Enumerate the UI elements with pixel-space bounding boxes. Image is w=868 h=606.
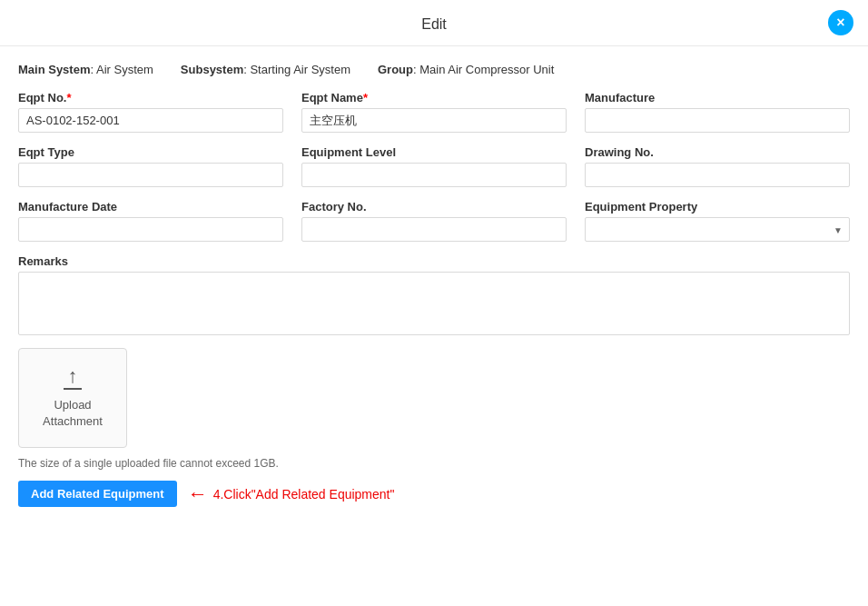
- equipment-property-select-wrapper: [585, 217, 850, 242]
- footer-row: Add Related Equipment ← 4.Click"Add Rela…: [18, 481, 850, 516]
- subsystem-value: Starting Air System: [250, 63, 350, 76]
- manufacture-date-group: Manufacture Date: [18, 200, 283, 242]
- drawing-no-input[interactable]: [585, 163, 850, 187]
- upload-icon: ↑: [64, 366, 82, 390]
- equipment-level-label: Equipment Level: [301, 145, 567, 159]
- remarks-label: Remarks: [18, 254, 850, 268]
- eqpt-name-input[interactable]: [301, 108, 567, 133]
- main-system-info: Main System: Air System: [18, 63, 153, 76]
- manufacture-group: Manufacture: [585, 91, 850, 133]
- manufacture-date-input[interactable]: [18, 217, 283, 242]
- upload-text: UploadAttachment: [43, 397, 103, 430]
- manufacture-input[interactable]: [585, 108, 850, 133]
- remarks-group: Remarks: [18, 254, 850, 335]
- remarks-textarea[interactable]: [18, 272, 850, 335]
- form-grid-row2: Eqpt Type Equipment Level Drawing No.: [18, 145, 850, 187]
- modal-header: Edit ×: [0, 0, 868, 46]
- eqpt-name-group: Eqpt Name*: [301, 91, 567, 133]
- form-grid-row1: Eqpt No.* Eqpt Name* Manufacture: [18, 91, 850, 133]
- main-system-label: Main System: [18, 63, 90, 76]
- form-grid-row3: Manufacture Date Factory No. Equipment P…: [18, 200, 850, 242]
- eqpt-type-label: Eqpt Type: [18, 145, 283, 159]
- red-arrow-icon: ←: [188, 484, 208, 504]
- drawing-no-group: Drawing No.: [585, 145, 850, 187]
- group-value: Main Air Compressor Unit: [419, 63, 554, 76]
- manufacture-label: Manufacture: [585, 91, 850, 104]
- modal-body: Main System: Air System Subsystem: Start…: [0, 46, 868, 529]
- add-related-equipment-button[interactable]: Add Related Equipment: [18, 481, 177, 507]
- equipment-property-select[interactable]: [585, 217, 850, 242]
- group-label: Group: [378, 63, 413, 76]
- factory-no-input[interactable]: [301, 217, 567, 242]
- manufacture-date-label: Manufacture Date: [18, 200, 283, 214]
- file-size-note: The size of a single uploaded file canno…: [18, 457, 850, 470]
- eqpt-name-label: Eqpt Name*: [301, 91, 567, 104]
- annotation-text: 4.Click"Add Related Equipment": [213, 487, 395, 502]
- main-system-value: Air System: [96, 63, 153, 76]
- equipment-level-group: Equipment Level: [301, 145, 567, 187]
- factory-no-group: Factory No.: [301, 200, 567, 242]
- upload-attachment-area[interactable]: ↑ UploadAttachment: [18, 348, 127, 448]
- drawing-no-label: Drawing No.: [585, 145, 850, 159]
- eqpt-no-input[interactable]: [18, 108, 283, 133]
- info-row: Main System: Air System Subsystem: Start…: [18, 63, 850, 76]
- equipment-property-label: Equipment Property: [585, 200, 850, 214]
- subsystem-label: Subsystem: [181, 63, 243, 76]
- eqpt-no-label: Eqpt No.*: [18, 91, 283, 104]
- equipment-property-group: Equipment Property: [585, 200, 850, 242]
- group-info: Group: Main Air Compressor Unit: [378, 63, 554, 76]
- close-button[interactable]: ×: [828, 10, 853, 35]
- edit-modal: Edit × Main System: Air System Subsystem…: [0, 0, 868, 529]
- eqpt-type-input[interactable]: [18, 163, 283, 187]
- arrow-annotation: ← 4.Click"Add Related Equipment": [188, 484, 395, 504]
- equipment-level-input[interactable]: [301, 163, 567, 187]
- modal-title: Edit: [421, 16, 447, 32]
- subsystem-info: Subsystem: Starting Air System: [181, 63, 350, 76]
- eqpt-type-group: Eqpt Type: [18, 145, 283, 187]
- factory-no-label: Factory No.: [301, 200, 567, 214]
- eqpt-no-group: Eqpt No.*: [18, 91, 283, 133]
